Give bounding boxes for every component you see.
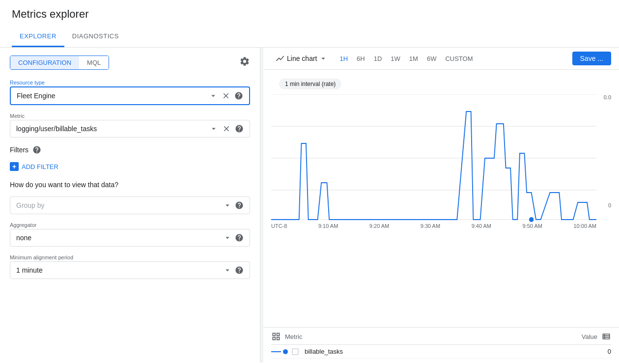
- tab-configuration[interactable]: CONFIGURATION: [10, 56, 79, 69]
- resource-type-value: Fleet Engine: [17, 92, 209, 100]
- legend-area: Metric Value billable_tasks 0: [263, 327, 619, 363]
- config-tabs: CONFIGURATION MQL: [10, 56, 109, 70]
- time-1m-button[interactable]: 1M: [405, 53, 422, 64]
- x-label-utc: UTC-8: [271, 223, 287, 229]
- aggregator-field: Aggregator none: [10, 222, 250, 247]
- legend-columns-icon[interactable]: [601, 332, 611, 341]
- chart-type-button[interactable]: Line chart: [271, 52, 332, 65]
- x-label-910: 9:10 AM: [318, 223, 338, 229]
- chart-area: 0.0 0 UTC-8 9:10 AM: [263, 94, 619, 327]
- legend-value-label: Value: [582, 333, 597, 340]
- clear-icon[interactable]: [222, 91, 230, 100]
- x-label-930: 9:30 AM: [421, 223, 440, 229]
- time-1h-button[interactable]: 1H: [336, 53, 352, 64]
- view-section-title: How do you want to view that data?: [10, 181, 250, 189]
- y-axis-max: 0.0: [604, 94, 611, 100]
- time-custom-button[interactable]: CUSTOM: [441, 53, 477, 64]
- alignment-period-field: Minimum alignment period 1 minute: [10, 254, 250, 279]
- chart-toolbar: Line chart 1H 6H 1D 1W 1M 6W CUSTOM Save…: [263, 48, 619, 70]
- line-chart-svg: [271, 94, 596, 222]
- group-by-dropdown-icon[interactable]: [223, 201, 232, 210]
- app-title: Metrics explorer: [12, 8, 607, 21]
- legend-item-value: 0: [608, 348, 611, 355]
- metric-select[interactable]: logging/user/billable_tasks: [10, 120, 250, 138]
- filters-help-icon[interactable]: [32, 145, 41, 154]
- metric-clear-icon[interactable]: [222, 124, 231, 133]
- chart-type-label: Line chart: [287, 55, 317, 62]
- x-axis-labels: UTC-8 9:10 AM 9:20 AM 9:30 AM 9:40 AM 9:…: [271, 222, 611, 229]
- top-nav: EXPLORER DIAGNOSTICS: [0, 27, 619, 48]
- alignment-period-value: 1 minute: [16, 266, 223, 274]
- left-panel: CONFIGURATION MQL Resource type Fleet En…: [0, 48, 260, 363]
- interval-section: 1 min interval (rate): [263, 70, 619, 94]
- legend-row: billable_tasks 0: [271, 345, 611, 359]
- add-filter-label: ADD FILTER: [22, 163, 58, 170]
- legend-header: Metric Value: [271, 332, 611, 345]
- metric-help-icon[interactable]: [235, 124, 244, 133]
- aggregator-help-icon[interactable]: [235, 233, 244, 242]
- x-label-920: 9:20 AM: [369, 223, 389, 229]
- nav-tab-explorer[interactable]: EXPLORER: [12, 27, 64, 47]
- x-label-1000: 10:00 AM: [573, 223, 596, 229]
- config-tabs-row: CONFIGURATION MQL: [10, 56, 250, 70]
- x-label-940: 9:40 AM: [472, 223, 491, 229]
- aggregator-value: none: [16, 234, 223, 242]
- group-by-field: Group by: [10, 196, 250, 214]
- alignment-period-dropdown-icon[interactable]: [223, 266, 232, 275]
- resource-type-field: Resource type Fleet Engine: [10, 80, 250, 105]
- group-by-select[interactable]: Group by: [10, 196, 250, 214]
- metric-dropdown-icon[interactable]: [209, 124, 218, 133]
- chart-type-dropdown-icon: [319, 54, 328, 63]
- x-label-950: 9:50 AM: [523, 223, 542, 229]
- help-icon[interactable]: [234, 91, 243, 100]
- resource-type-select[interactable]: Fleet Engine: [10, 86, 250, 105]
- line-chart-icon: [275, 54, 285, 63]
- metric-line: [271, 112, 596, 220]
- time-1w-button[interactable]: 1W: [387, 53, 404, 64]
- settings-button[interactable]: [239, 56, 250, 69]
- alignment-period-select[interactable]: 1 minute: [10, 261, 250, 279]
- metric-label: Metric: [10, 113, 250, 119]
- group-by-placeholder: Group by: [16, 201, 223, 209]
- dropdown-arrow-icon[interactable]: [209, 91, 218, 100]
- legend-checkbox[interactable]: [292, 348, 299, 355]
- nav-tab-diagnostics[interactable]: DIAGNOSTICS: [64, 27, 127, 47]
- legend-metric-label: Metric: [285, 333, 302, 340]
- filters-label: Filters: [10, 146, 28, 154]
- legend-grid-icon: [271, 332, 281, 341]
- aggregator-select[interactable]: none: [10, 229, 250, 247]
- add-filter-button[interactable]: + ADD FILTER: [10, 162, 58, 171]
- add-icon: +: [10, 162, 19, 171]
- group-by-help-icon[interactable]: [235, 201, 244, 210]
- time-1d-button[interactable]: 1D: [370, 53, 386, 64]
- tab-mql[interactable]: MQL: [79, 56, 109, 69]
- aggregator-dropdown-icon[interactable]: [223, 233, 232, 242]
- legend-item-name: billable_tasks: [305, 348, 608, 355]
- time-period-buttons: 1H 6H 1D 1W 1M 6W CUSTOM: [336, 53, 477, 64]
- resource-type-label: Resource type: [10, 80, 250, 85]
- legend-line-indicator: [271, 349, 288, 354]
- time-6w-button[interactable]: 6W: [423, 53, 441, 64]
- legend-metric-header: Metric: [271, 332, 302, 341]
- legend-value-header: Value: [582, 332, 611, 341]
- filters-section: Filters: [10, 145, 250, 154]
- save-button[interactable]: Save ...: [572, 52, 611, 65]
- chart-hover-dot: [529, 217, 534, 222]
- interval-badge: 1 min interval (rate): [279, 79, 341, 89]
- metric-field: Metric logging/user/billable_tasks: [10, 113, 250, 138]
- alignment-period-help-icon[interactable]: [235, 266, 244, 275]
- metric-value: logging/user/billable_tasks: [16, 125, 209, 133]
- y-axis-zero: 0: [608, 202, 611, 208]
- alignment-period-label: Minimum alignment period: [10, 254, 250, 260]
- legend-dot: [283, 349, 288, 354]
- right-panel: Line chart 1H 6H 1D 1W 1M 6W CUSTOM Save…: [263, 48, 619, 363]
- time-6h-button[interactable]: 6H: [353, 53, 369, 64]
- aggregator-label: Aggregator: [10, 222, 250, 228]
- legend-line: [271, 351, 281, 352]
